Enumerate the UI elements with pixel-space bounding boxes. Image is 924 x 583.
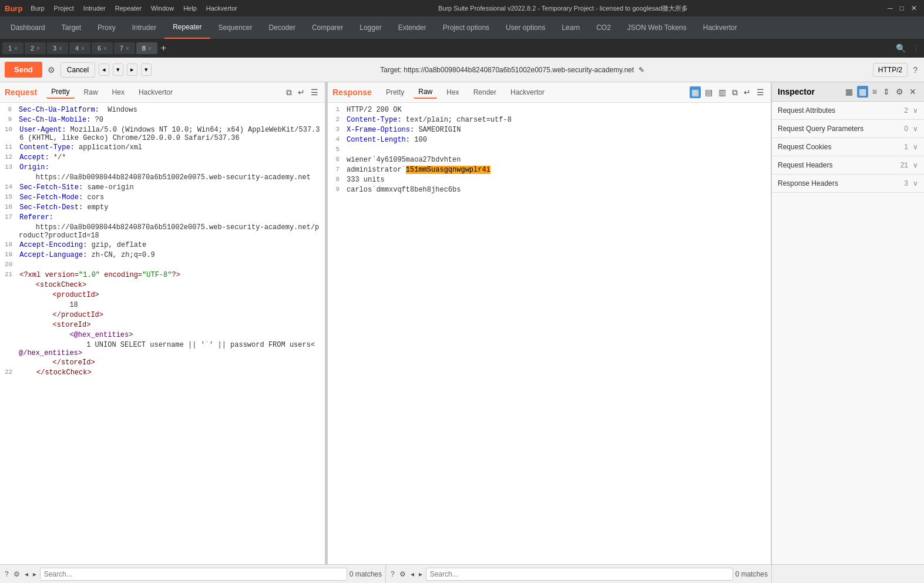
response-search-settings-icon[interactable]: ⚙	[398, 569, 407, 579]
tab-6[interactable]: 6×	[92, 42, 113, 54]
close-button[interactable]: ✕	[909, 4, 919, 12]
inspector-section-request-headers[interactable]: Request Headers 21 ∨	[772, 156, 924, 175]
nav-extender[interactable]: Extender	[390, 16, 435, 39]
menu-repeater[interactable]: Repeater	[112, 4, 145, 13]
response-tab-hex[interactable]: Hex	[442, 86, 463, 98]
response-tab-render[interactable]: Render	[469, 86, 501, 98]
nav-repeater[interactable]: Repeater	[164, 16, 210, 39]
http-version-selector[interactable]: HTTP/2	[873, 63, 908, 77]
request-tab-hackvertor[interactable]: Hackvertor	[134, 86, 177, 98]
inspector-section-query-params[interactable]: Request Query Parameters 0 ∨	[772, 120, 924, 138]
nav-co2[interactable]: CO2	[588, 16, 619, 39]
nav-prev-button[interactable]: ◂	[99, 63, 109, 76]
tab-close-8[interactable]: ×	[148, 45, 152, 52]
nav-project-options[interactable]: Project options	[435, 16, 498, 39]
nav-user-options[interactable]: User options	[498, 16, 553, 39]
response-search-prev-icon[interactable]: ◂	[409, 569, 415, 579]
nav-intruder[interactable]: Intruder	[124, 16, 164, 39]
layout-combined-icon[interactable]: ▥	[717, 86, 728, 98]
inspector-section-cookies[interactable]: Request Cookies 1 ∨	[772, 138, 924, 156]
inspector-layout1-icon[interactable]: ▦	[844, 86, 855, 98]
request-search-section: ? ⚙ ◂ ▸ 0 matches	[0, 565, 386, 583]
nav-decoder[interactable]: Decoder	[261, 16, 304, 39]
tab-close-7[interactable]: ×	[126, 45, 129, 52]
nav-dashboard[interactable]: Dashboard	[2, 16, 53, 39]
request-menu-icon[interactable]: ☰	[309, 86, 320, 98]
response-tab-hackvertor[interactable]: Hackvertor	[506, 86, 549, 98]
inspector-label-request-headers: Request Headers	[778, 161, 901, 169]
tab-close-1[interactable]: ×	[14, 45, 18, 52]
tab-close-3[interactable]: ×	[59, 45, 62, 52]
nav-comparer[interactable]: Comparer	[304, 16, 351, 39]
nav-dropdown-button[interactable]: ▾	[113, 63, 123, 76]
cancel-button[interactable]: Cancel	[61, 62, 95, 78]
toolbar-right: HTTP/2 ?	[873, 63, 919, 77]
inspector-layout2-icon[interactable]: ▦	[857, 86, 868, 98]
request-search-next-icon[interactable]: ▸	[32, 569, 38, 579]
request-tab-hex[interactable]: Hex	[107, 86, 129, 98]
tab-8[interactable]: 8×	[136, 42, 157, 54]
nav-next2-button[interactable]: ▾	[141, 63, 152, 76]
request-search-settings-icon[interactable]: ⚙	[12, 569, 21, 579]
response-menu-icon[interactable]: ☰	[755, 86, 766, 98]
inspector-split-icon[interactable]: ⇕	[881, 86, 892, 98]
response-search-help-icon[interactable]: ?	[389, 569, 396, 579]
nav-next-button[interactable]: ▸	[127, 63, 137, 76]
minimize-button[interactable]: ─	[885, 4, 895, 12]
tab-4[interactable]: 4×	[69, 42, 90, 54]
menu-intruder[interactable]: Intruder	[80, 4, 109, 13]
inspector-arrow-response-headers: ∨	[913, 179, 918, 187]
inspector-section-response-headers[interactable]: Response Headers 3 ∨	[772, 175, 924, 193]
request-tab-raw[interactable]: Raw	[79, 86, 103, 98]
response-code-area[interactable]: 1 HTTP/2 200 OK 2 Content-Type: text/pla…	[328, 103, 771, 564]
request-tab-pretty[interactable]: Pretty	[46, 86, 74, 99]
request-code-area[interactable]: 8 Sec-Ch-Ua-Platform: Windows 9 Sec-Ch-U…	[0, 103, 325, 564]
request-search-prev-icon[interactable]: ◂	[23, 569, 29, 579]
nav-logger[interactable]: Logger	[351, 16, 389, 39]
nav-hackvertor[interactable]: Hackvertor	[695, 16, 745, 39]
menu-burp[interactable]: Burp	[27, 4, 48, 13]
tab-close-2[interactable]: ×	[36, 45, 40, 52]
tab-menu-button[interactable]: ⋮	[910, 42, 922, 54]
tab-close-6[interactable]: ×	[103, 45, 107, 52]
settings-button[interactable]: ⚙	[46, 64, 57, 76]
edit-target-icon[interactable]: ✎	[639, 66, 644, 74]
menu-window[interactable]: Window	[147, 4, 177, 13]
request-wrap-icon[interactable]: ↵	[296, 86, 307, 98]
inspector-align-icon[interactable]: ≡	[871, 86, 879, 98]
request-line-14: 14 Sec-Fetch-Site: same-origin	[0, 183, 325, 193]
tab-7[interactable]: 7×	[114, 42, 135, 54]
nav-json-web-tokens[interactable]: JSON Web Tokens	[619, 16, 695, 39]
maximize-button[interactable]: □	[898, 4, 906, 12]
menu-help[interactable]: Help	[180, 4, 200, 13]
nav-learn[interactable]: Learn	[553, 16, 588, 39]
menu-hackvertor[interactable]: Hackvertor	[203, 4, 241, 13]
tab-add-button[interactable]: +	[159, 43, 169, 53]
tab-close-4[interactable]: ×	[81, 45, 85, 52]
send-button[interactable]: Send	[5, 62, 42, 78]
request-copy-icon[interactable]: ⧉	[284, 86, 294, 99]
tab-3[interactable]: 3×	[47, 42, 68, 54]
response-search-next-icon[interactable]: ▸	[418, 569, 424, 579]
tab-2[interactable]: 2×	[25, 42, 46, 54]
nav-sequencer[interactable]: Sequencer	[210, 16, 261, 39]
nav-target[interactable]: Target	[53, 16, 89, 39]
layout-side-by-side-icon[interactable]: ▦	[690, 86, 701, 98]
request-line-18-val: 18	[0, 300, 325, 310]
response-search-input[interactable]	[426, 568, 733, 581]
layout-vertical-icon[interactable]: ▤	[703, 86, 714, 98]
inspector-section-request-attributes[interactable]: Request Attributes 2 ∨	[772, 102, 924, 120]
inspector-close-icon[interactable]: ✕	[908, 86, 918, 98]
response-copy-icon[interactable]: ⧉	[730, 86, 740, 99]
inspector-settings-icon[interactable]: ⚙	[894, 86, 905, 98]
menu-project[interactable]: Project	[51, 4, 78, 13]
response-tab-raw[interactable]: Raw	[414, 86, 437, 99]
response-wrap-icon[interactable]: ↵	[742, 86, 752, 98]
request-search-input[interactable]	[40, 568, 347, 581]
request-search-help-icon[interactable]: ?	[4, 569, 10, 579]
response-tab-pretty[interactable]: Pretty	[381, 86, 409, 98]
tab-1[interactable]: 1×	[2, 42, 23, 54]
nav-proxy[interactable]: Proxy	[89, 16, 124, 39]
help-button[interactable]: ?	[911, 64, 919, 76]
tab-search-button[interactable]: 🔍	[894, 42, 908, 54]
